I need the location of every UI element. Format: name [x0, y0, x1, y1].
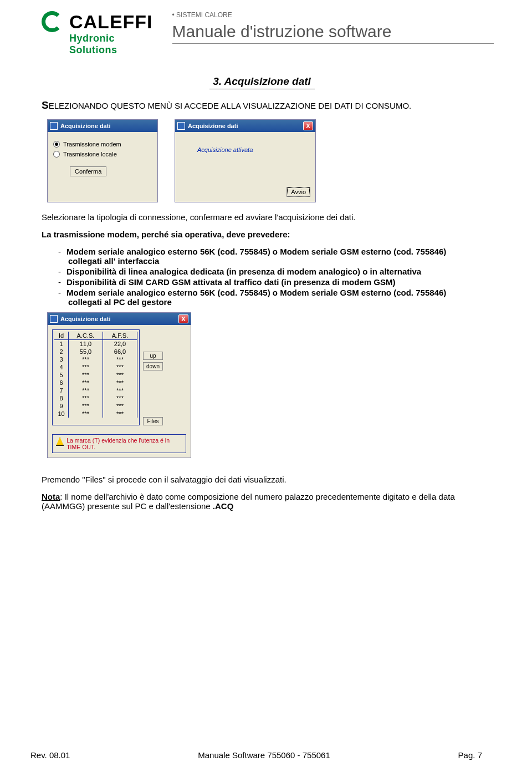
- cell-afs: ***: [103, 402, 137, 410]
- close-icon[interactable]: X: [303, 121, 313, 130]
- brand-tagline: Hydronic Solutions: [69, 33, 153, 56]
- cell-acs: ***: [69, 356, 103, 363]
- col-id: Id: [54, 332, 69, 340]
- cell-id: 6: [54, 379, 69, 387]
- para-select: Selezionare la tipologia di connessione,…: [42, 212, 482, 222]
- footer-center: Manuale Software 755060 - 755061: [198, 750, 330, 760]
- list-item: Disponibilità di linea analogica dedicat…: [58, 267, 482, 276]
- titlebar-2[interactable]: Acquisizione dati X: [175, 120, 315, 132]
- acq-status-msg: Acquisizione attivata: [197, 146, 310, 153]
- files-note: Premendo "Files" si procede con il salva…: [42, 475, 482, 484]
- window-acq-2: Acquisizione dati X Acquisizione attivat…: [175, 119, 316, 202]
- cell-acs: 11,0: [69, 340, 103, 348]
- cell-id: 4: [54, 363, 69, 371]
- table-row: 8******: [54, 394, 137, 402]
- cell-acs: ***: [69, 379, 103, 387]
- nota-paragraph: Nota: Il nome dell'archivio è dato come …: [42, 492, 482, 511]
- radio-locale[interactable]: [53, 151, 60, 158]
- col-afs: A.F.S.: [103, 332, 137, 340]
- radio-locale-label: Trasmissione locale: [63, 151, 117, 158]
- radio-modem[interactable]: [53, 141, 60, 148]
- files-button[interactable]: Files: [143, 417, 163, 425]
- cell-id: 2: [54, 348, 69, 356]
- window-title-1: Acquisizione dati: [60, 123, 110, 129]
- cell-acs: ***: [69, 363, 103, 371]
- radio-modem-row[interactable]: Trasmissione modem: [53, 141, 152, 148]
- timeout-warning: La marca (T) evidenzia che l'utenza é in…: [52, 434, 186, 453]
- window-acq-1: Acquisizione dati Trasmissione modem Tra…: [47, 119, 158, 202]
- brand-name: CALEFFI: [69, 11, 153, 33]
- header-sistemi: • SISTEMI CALORE: [172, 11, 494, 19]
- cell-id: 1: [54, 340, 69, 348]
- nota-label: Nota: [42, 492, 60, 501]
- cell-afs: ***: [103, 379, 137, 387]
- intro-text: SELEZIONANDO QUESTO MENÙ SI ACCEDE ALLA …: [42, 99, 482, 111]
- col-acs: A.C.S.: [69, 332, 103, 340]
- close-icon[interactable]: X: [178, 314, 188, 323]
- cell-afs: ***: [103, 394, 137, 402]
- confirm-button[interactable]: Conferma: [70, 166, 106, 176]
- window-acq-3: Acquisizione dati X Id A.C.S. A.F.S. 111…: [47, 312, 191, 458]
- cell-id: 8: [54, 394, 69, 402]
- warning-text: La marca (T) evidenzia che l'utenza é in…: [66, 437, 182, 450]
- warning-icon: [56, 437, 64, 446]
- avvio-button[interactable]: Avvio: [287, 187, 310, 196]
- table-row: 10******: [54, 410, 137, 418]
- down-button[interactable]: down: [143, 362, 163, 370]
- cell-afs: 66,0: [103, 348, 137, 356]
- cell-acs: ***: [69, 410, 103, 418]
- titlebar-3[interactable]: Acquisizione dati X: [48, 313, 191, 325]
- footer-rev: Rev. 08.01: [30, 750, 70, 760]
- cell-id: 9: [54, 402, 69, 410]
- cell-acs: ***: [69, 387, 103, 394]
- cell-acs: 55,0: [69, 348, 103, 356]
- file-extension: .ACQ: [213, 501, 234, 511]
- window-title-3: Acquisizione dati: [60, 316, 110, 322]
- radio-locale-row[interactable]: Trasmissione locale: [53, 151, 152, 158]
- cell-id: 5: [54, 371, 69, 379]
- table-row: 3******: [54, 356, 137, 363]
- req-list: Modem seriale analogico esterno 56K (cod…: [58, 247, 482, 307]
- cell-afs: ***: [103, 356, 137, 363]
- cell-id: 10: [54, 410, 69, 418]
- radio-modem-label: Trasmissione modem: [63, 141, 121, 148]
- para-modem-req: La trasmissione modem, perché sia operat…: [42, 230, 482, 239]
- window-title-2: Acquisizione dati: [188, 123, 238, 129]
- cell-afs: ***: [103, 363, 137, 371]
- intro-dropcap: S: [42, 99, 49, 111]
- cell-acs: ***: [69, 402, 103, 410]
- cell-id: 7: [54, 387, 69, 394]
- window-icon: [50, 122, 58, 130]
- cell-afs: ***: [103, 387, 137, 394]
- cell-acs: ***: [69, 394, 103, 402]
- manual-title: Manuale d'istruzione software: [172, 22, 494, 41]
- footer-page: Pag. 7: [458, 750, 482, 760]
- window-icon: [50, 315, 58, 323]
- table-row: 6******: [54, 379, 137, 387]
- table-row: 5******: [54, 371, 137, 379]
- list-item: Modem seriale analogico esterno 56K (cod…: [58, 288, 482, 307]
- table-row: 111,022,0: [54, 340, 137, 348]
- table-row: 7******: [54, 387, 137, 394]
- cell-id: 3: [54, 356, 69, 363]
- brand-logo: CALEFFI Hydronic Solutions: [42, 11, 153, 56]
- table-row: 9******: [54, 402, 137, 410]
- cell-afs: 22,0: [103, 340, 137, 348]
- cell-afs: ***: [103, 371, 137, 379]
- table-row: 4******: [54, 363, 137, 371]
- header-rule: [172, 43, 494, 44]
- list-item: Disponibilità di SIM CARD GSM attivata a…: [58, 277, 482, 287]
- list-item: Modem seriale analogico esterno 56K (cod…: [58, 247, 482, 266]
- up-button[interactable]: up: [143, 352, 163, 360]
- nota-text: : Il nome dell'archivio è dato come comp…: [42, 492, 455, 511]
- cell-afs: ***: [103, 410, 137, 418]
- table-row: 255,066,0: [54, 348, 137, 356]
- data-grid: Id A.C.S. A.F.S. 111,022,0255,066,03****…: [52, 329, 140, 425]
- section-title: 3. Acquisizione dati: [209, 75, 315, 89]
- window-icon: [177, 122, 185, 130]
- cell-acs: ***: [69, 371, 103, 379]
- titlebar-1[interactable]: Acquisizione dati: [48, 120, 157, 132]
- intro-rest: ELEZIONANDO QUESTO MENÙ SI ACCEDE ALLA V…: [49, 101, 412, 110]
